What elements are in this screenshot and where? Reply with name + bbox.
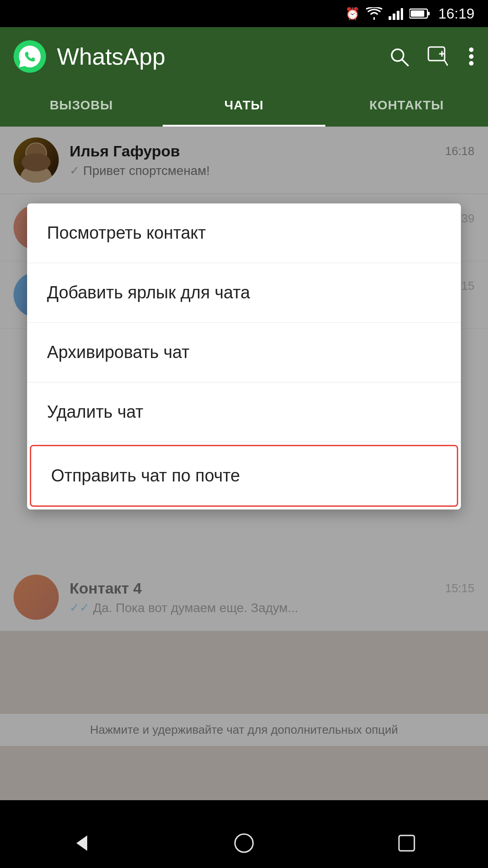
status-icons: ⏰ xyxy=(345,7,430,21)
back-button[interactable] xyxy=(63,825,99,861)
menu-item-add-shortcut[interactable]: Добавить ярлык для чата xyxy=(27,263,461,323)
menu-item-delete-chat[interactable]: Удалить чат xyxy=(27,382,461,442)
main-area: Илья Гафуров 16:18 ✓ Привет спортсменам!… xyxy=(0,127,488,800)
svg-rect-3 xyxy=(401,8,403,20)
header-action-icons xyxy=(389,46,474,67)
app-header: WhatsApp xyxy=(0,27,488,86)
tab-chats[interactable]: ЧАТЫ xyxy=(163,86,325,127)
app-title: WhatsApp xyxy=(57,43,378,70)
context-menu: Посмотреть контакт Добавить ярлык для ча… xyxy=(27,203,461,509)
svg-point-15 xyxy=(469,54,474,59)
svg-rect-0 xyxy=(389,16,391,20)
battery-icon xyxy=(409,7,430,20)
tabs-bar: ВЫЗОВЫ ЧАТЫ КОНТАКТЫ xyxy=(0,86,488,127)
tab-calls[interactable]: ВЫЗОВЫ xyxy=(0,86,163,127)
svg-point-16 xyxy=(469,61,474,66)
home-button[interactable] xyxy=(226,825,262,861)
new-chat-icon[interactable] xyxy=(427,46,450,67)
svg-point-14 xyxy=(469,47,474,52)
status-time: 16:19 xyxy=(438,5,474,22)
svg-rect-1 xyxy=(393,14,395,20)
svg-rect-6 xyxy=(411,10,424,17)
bottom-nav-bar xyxy=(0,818,488,868)
svg-marker-21 xyxy=(76,835,87,851)
more-options-icon[interactable] xyxy=(468,46,474,67)
wifi-icon xyxy=(366,7,382,20)
alarm-icon: ⏰ xyxy=(345,7,360,21)
svg-line-9 xyxy=(402,60,408,66)
svg-rect-2 xyxy=(397,11,399,20)
svg-rect-23 xyxy=(399,835,414,851)
menu-item-archive-chat[interactable]: Архивировать чат xyxy=(27,323,461,382)
whatsapp-logo xyxy=(14,40,46,73)
search-icon[interactable] xyxy=(389,46,409,67)
status-bar: ⏰ 16:19 xyxy=(0,0,488,27)
svg-point-22 xyxy=(235,834,253,852)
recent-button[interactable] xyxy=(389,825,425,861)
menu-item-view-contact[interactable]: Посмотреть контакт xyxy=(27,203,461,263)
signal-icon xyxy=(389,7,403,20)
svg-rect-5 xyxy=(427,12,430,15)
menu-item-email-chat[interactable]: Отправить чат по почте xyxy=(30,445,458,507)
svg-line-11 xyxy=(445,61,447,65)
tab-contacts[interactable]: КОНТАКТЫ xyxy=(325,86,488,127)
